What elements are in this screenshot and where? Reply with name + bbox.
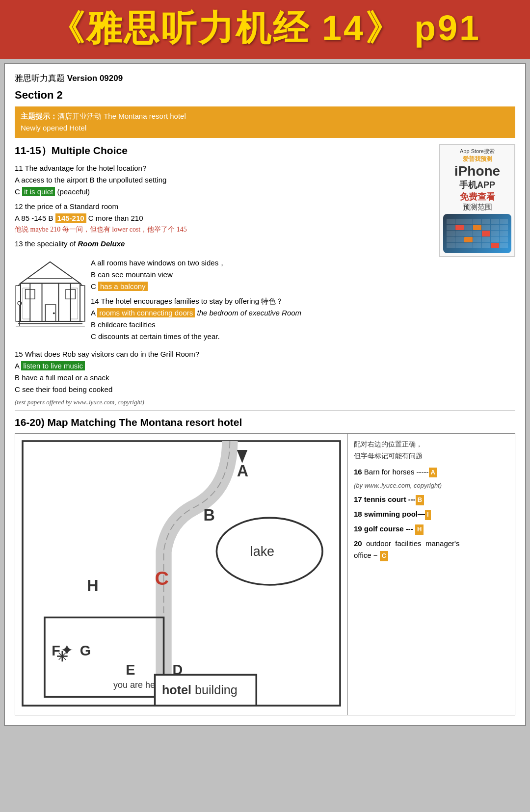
theme-sub: Newly opened Hotel — [21, 124, 86, 132]
app-free: 免费查看 — [443, 191, 511, 203]
q13-c-highlight: has a balcony — [98, 282, 148, 291]
map-row: A B lake C H F ✦ G — [15, 433, 515, 715]
section-title: Section 2 — [15, 89, 515, 102]
svg-text:C: C — [155, 567, 169, 589]
q15-c: C see their food being cooked — [15, 384, 515, 395]
theme-box: 主题提示：酒店开业活动 The Montana resort hotel New… — [15, 106, 515, 138]
q13-room-row: A all rooms have windows on two sides， B… — [15, 257, 515, 345]
q13-opts: A all rooms have windows on two sides， B… — [91, 257, 515, 292]
svg-text:E: E — [126, 662, 135, 678]
app-brand: 爱普我预测 — [443, 155, 511, 163]
q12-c: C more than 210 — [88, 214, 143, 222]
svg-text:B: B — [203, 506, 214, 524]
map-col: A B lake C H F ✦ G — [15, 434, 348, 715]
svg-text:H: H — [87, 577, 98, 595]
answer-18: 18 swimming pool—I — [354, 508, 509, 520]
q13-italic: Room Deluxe — [78, 239, 125, 248]
q15-a-prefix: A — [15, 362, 19, 370]
answer-20: 20 outdoor facilities manager'soffice − … — [354, 538, 509, 561]
svg-text:hotel building: hotel building — [162, 683, 238, 697]
q12-a: A 85 -145 B — [15, 214, 53, 222]
q15-a: A listen to live music — [15, 360, 515, 372]
map-svg: A B lake C H F ✦ G — [18, 437, 344, 710]
q12-abc: A 85 -145 B 145-210 C more than 210 — [15, 212, 434, 224]
q11-question: 11 The advantage for the hotel location? — [15, 162, 434, 174]
questions-col: 11-15）Multiple Choice 11 The advantage f… — [15, 144, 434, 253]
version-en: Version 09209 — [67, 74, 123, 83]
map-section-title: 16-20) Map Matching The Montana resort h… — [15, 417, 515, 428]
svg-rect-20 — [23, 288, 30, 319]
svg-text:lake: lake — [250, 544, 274, 559]
q14-question: 14 The hotel encourages families to stay… — [91, 295, 515, 307]
answer-16-letter: A — [429, 468, 437, 478]
answer-16: 16 Barn for horses -----A — [354, 466, 509, 478]
answer-copyright: (by www..iyuce.com, copyright) — [354, 481, 509, 491]
room-sketch — [15, 257, 86, 345]
svg-text:A: A — [237, 462, 248, 480]
q12-block: 12 the price of a Standard room A 85 -14… — [15, 201, 434, 235]
svg-rect-21 — [71, 288, 78, 319]
copyright: (test papers offered by www..iyuce.com, … — [15, 398, 515, 406]
q14-b: B childcare facilities — [91, 319, 515, 331]
page-title: 《雅思听力机经 14》 p91 — [0, 5, 530, 52]
map-title-bold: 16-20) Map Matching — [15, 417, 119, 428]
q15-a-highlight: listen to live music — [21, 361, 85, 370]
q14-a-highlight: rooms with connecting doors — [97, 308, 195, 317]
q11-c-prefix: C — [15, 187, 20, 196]
section-divider — [15, 410, 515, 411]
main-content: 雅思听力真题 Version 09209 Section 2 主题提示：酒店开业… — [4, 63, 526, 726]
q14-a-italic: the bedroom of executive Room — [197, 309, 301, 317]
q13-b: B can see mountain view — [91, 269, 515, 281]
q11-c-suffix: (peaceful) — [57, 187, 90, 196]
mc-title: 11-15）Multiple Choice — [15, 144, 434, 157]
q14-a-prefix: A — [91, 309, 95, 317]
app-store-text: App Store搜索 — [443, 148, 511, 155]
q13-block: 13 the speciality of Room Deluxe — [15, 238, 434, 250]
app-grid — [447, 219, 508, 248]
q12-b-highlight: 145-210 — [55, 213, 86, 223]
top-row: 11-15）Multiple Choice 11 The advantage f… — [15, 144, 515, 257]
q14-block: 14 The hotel encourages families to stay… — [91, 295, 515, 342]
answer-19-letter: H — [415, 524, 424, 535]
q12-question: 12 the price of a Standard room — [15, 201, 434, 212]
q14-a: A rooms with connecting doors the bedroo… — [91, 307, 515, 319]
svg-text:G: G — [80, 643, 91, 658]
svg-point-7 — [53, 312, 55, 314]
q13-question: 13 the speciality of Room Deluxe — [15, 238, 434, 250]
room-questions: A all rooms have windows on two sides， B… — [91, 257, 515, 345]
map-zh: 配对右边的位置正确，但字母标记可能有问题 — [354, 439, 509, 462]
answer-18-letter: I — [425, 510, 431, 520]
svg-rect-16 — [80, 286, 85, 321]
version-line: 雅思听力真题 Version 09209 — [15, 73, 515, 84]
app-predict: 预测范围 — [443, 203, 511, 212]
app-app: 手机APP — [443, 179, 511, 191]
answer-20-letter: C — [380, 551, 388, 561]
map-answers-col: 配对右边的位置正确，但字母标记可能有问题 16 Barn for horses … — [348, 434, 515, 715]
q12-note: 他说 maybe 210 每一间，但也有 lower cost，他举了个 145 — [15, 224, 434, 235]
q11-ab: A access to the airport B the unpolluted… — [15, 174, 434, 186]
svg-rect-1 — [21, 283, 80, 321]
q15-question: 15 What does Rob say visitors can do in … — [15, 348, 515, 360]
app-iphone: iPhone — [443, 163, 511, 179]
q11-c-highlight: it is quiet — [22, 187, 55, 196]
svg-marker-0 — [21, 262, 80, 284]
q15-b: B have a full meal or a snack — [15, 372, 515, 384]
answer-17-letter: B — [416, 495, 424, 505]
q13-c-prefix: C — [91, 282, 96, 290]
building-sketch-svg — [15, 257, 86, 336]
q11-c: C it is quiet (peaceful) — [15, 186, 434, 198]
page-header: 《雅思听力机经 14》 p91 — [0, 0, 530, 59]
app-screen — [443, 214, 511, 253]
q14-c: C discounts at certain times of the year… — [91, 331, 515, 342]
q11-block: 11 The advantage for the hotel location?… — [15, 162, 434, 198]
map-title-normal: The Montana resort hotel — [119, 417, 242, 428]
theme-label: 主题提示： — [21, 112, 57, 120]
theme-text: 酒店开业活动 The Montana resort hotel — [57, 112, 186, 120]
q13-a: A all rooms have windows on two sides， — [91, 257, 515, 269]
answer-19: 19 golf course --- H — [354, 523, 509, 535]
answer-17: 17 tennis court ---B — [354, 494, 509, 505]
version-zh: 雅思听力真题 — [15, 74, 65, 83]
q15-block: 15 What does Rob say visitors can do in … — [15, 348, 515, 395]
app-promo: App Store搜索 爱普我预测 iPhone 手机APP 免费查看 预测范围 — [439, 144, 515, 257]
q13-c: C has a balcony — [91, 281, 515, 292]
